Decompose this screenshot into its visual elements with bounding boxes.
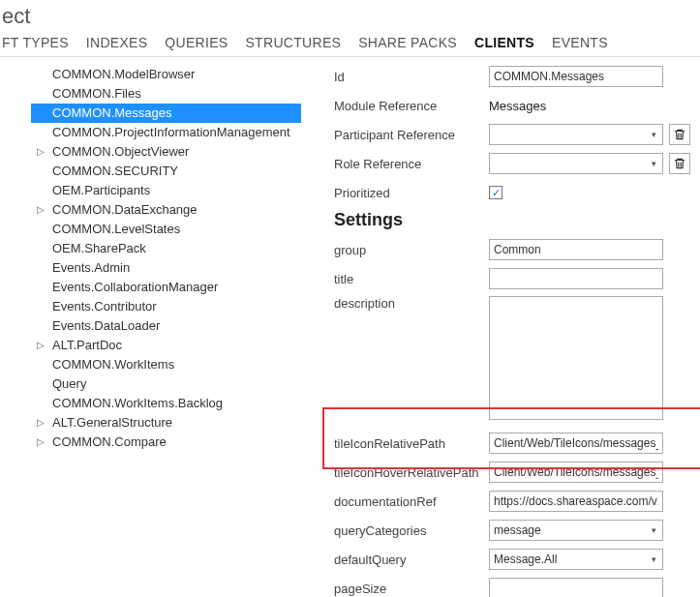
trash-icon bbox=[673, 128, 686, 141]
expand-icon[interactable]: ▷ bbox=[35, 433, 46, 451]
tileicon-label: tileIconRelativePath bbox=[334, 436, 489, 451]
tree-item[interactable]: COMMON.LevelStates bbox=[31, 220, 301, 239]
tree-item-label: COMMON.ModelBrowser bbox=[52, 66, 195, 83]
tree-item[interactable]: Events.Admin bbox=[31, 258, 301, 278]
title-label: title bbox=[334, 272, 489, 286]
tab-indexes[interactable]: INDEXES bbox=[86, 35, 148, 50]
defaultquery-dropdown[interactable]: Message.All ▾ bbox=[489, 549, 663, 570]
tree-item-selected[interactable]: COMMON.Messages bbox=[31, 104, 301, 123]
chevron-down-icon: ▾ bbox=[652, 525, 658, 535]
expand-icon[interactable]: ▷ bbox=[35, 414, 46, 432]
tree-item[interactable]: ▷COMMON.ObjectViewer bbox=[31, 142, 301, 162]
dropdown-value: message bbox=[494, 523, 541, 537]
tree-item[interactable]: COMMON.Files bbox=[31, 84, 301, 104]
title-input[interactable] bbox=[489, 268, 663, 289]
tab-bar: FT TYPES INDEXES QUERIES STRUCTURES SHAR… bbox=[0, 29, 700, 57]
delete-participant-button[interactable] bbox=[669, 124, 690, 145]
tree-item-label: COMMON.WorkItems bbox=[52, 356, 174, 373]
participant-reference-dropdown[interactable]: ▾ bbox=[489, 124, 663, 145]
tree-item-label: COMMON.LevelStates bbox=[52, 221, 180, 238]
tree-item[interactable]: Events.DataLoader bbox=[31, 316, 301, 336]
tileiconhover-input[interactable] bbox=[489, 462, 663, 483]
tree-item-label: Events.DataLoader bbox=[52, 317, 160, 335]
documentationref-label: documentationRef bbox=[334, 494, 489, 509]
trash-icon bbox=[673, 157, 686, 170]
tree-item[interactable]: OEM.Participants bbox=[31, 181, 301, 200]
tree-item[interactable]: ▷ALT.PartDoc bbox=[31, 336, 301, 355]
module-reference-value: Messages bbox=[489, 99, 546, 113]
tree-item-label: COMMON.DataExchange bbox=[52, 201, 198, 219]
defaultquery-label: defaultQuery bbox=[334, 552, 489, 567]
tree-view[interactable]: COMMON.ModelBrowser COMMON.Files COMMON.… bbox=[0, 57, 305, 596]
tree-item-label: Query bbox=[52, 375, 86, 393]
tree-item-label: ALT.PartDoc bbox=[52, 337, 122, 354]
expand-icon[interactable]: ▷ bbox=[35, 337, 46, 354]
tab-structures[interactable]: STRUCTURES bbox=[245, 35, 341, 50]
tree-item-label: COMMON.Files bbox=[52, 85, 141, 103]
tree-item[interactable]: COMMON.WorkItems bbox=[31, 355, 301, 374]
delete-role-button[interactable] bbox=[669, 153, 690, 174]
pagesize-label: pageSize bbox=[334, 582, 489, 596]
tree-item[interactable]: COMMON.WorkItems.Backlog bbox=[31, 394, 301, 413]
role-reference-dropdown[interactable]: ▾ bbox=[489, 153, 663, 174]
tileicon-input[interactable] bbox=[489, 433, 663, 454]
tree-item-label: Events.CollaborationManager bbox=[52, 279, 218, 296]
tree-item-label: Events.Admin bbox=[52, 259, 130, 277]
chevron-down-icon: ▾ bbox=[652, 554, 658, 564]
chevron-down-icon: ▾ bbox=[652, 159, 658, 168]
prioritized-checkbox[interactable]: ✓ bbox=[489, 186, 502, 199]
dropdown-value: Message.All bbox=[494, 552, 557, 566]
tree-item[interactable]: Events.Contributor bbox=[31, 297, 301, 316]
querycategories-label: queryCategories bbox=[334, 523, 489, 538]
tileiconhover-label: tileIconHoverRelativePath bbox=[334, 465, 489, 480]
group-label: group bbox=[334, 243, 489, 257]
tree-item[interactable]: ▷ALT.GeneralStructure bbox=[31, 413, 301, 433]
group-input[interactable] bbox=[489, 239, 663, 260]
window-title-fragment: ect bbox=[0, 4, 700, 29]
tab-queries[interactable]: QUERIES bbox=[165, 35, 228, 50]
tab-clients[interactable]: CLIENTS bbox=[474, 35, 534, 50]
id-input[interactable] bbox=[489, 66, 663, 87]
tree-item[interactable]: COMMON.SECURITY bbox=[31, 162, 301, 181]
tree-item[interactable]: ▷COMMON.DataExchange bbox=[31, 200, 301, 220]
expand-icon[interactable]: ▷ bbox=[35, 143, 46, 161]
tree-item-label: COMMON.Messages bbox=[52, 104, 172, 122]
description-label: description bbox=[334, 296, 489, 311]
tree-item-label: COMMON.SECURITY bbox=[52, 163, 178, 180]
tree-item[interactable]: ▷COMMON.Compare bbox=[31, 433, 301, 452]
tree-item[interactable]: COMMON.ModelBrowser bbox=[31, 65, 301, 84]
pagesize-input[interactable] bbox=[489, 578, 663, 597]
tree-item-label: COMMON.ObjectViewer bbox=[52, 143, 189, 161]
participant-reference-label: Participant Reference bbox=[334, 128, 489, 142]
documentationref-input[interactable] bbox=[489, 491, 663, 512]
description-textarea[interactable] bbox=[489, 296, 663, 420]
tree-item-label: COMMON.ProjectInformationManagement bbox=[52, 124, 290, 141]
tab-ft-types[interactable]: FT TYPES bbox=[2, 35, 69, 50]
tree-item-label: ALT.GeneralStructure bbox=[52, 414, 172, 432]
tree-item-label: Events.Contributor bbox=[52, 298, 157, 315]
module-reference-label: Module Reference bbox=[334, 99, 489, 113]
tree-item[interactable]: COMMON.ProjectInformationManagement bbox=[31, 123, 301, 142]
tree-item[interactable]: OEM.SharePack bbox=[31, 239, 301, 258]
tab-events[interactable]: EVENTS bbox=[552, 35, 608, 50]
chevron-down-icon: ▾ bbox=[652, 130, 658, 139]
querycategories-dropdown[interactable]: message ▾ bbox=[489, 520, 663, 541]
expand-icon[interactable]: ▷ bbox=[35, 201, 46, 219]
tree-item[interactable]: Query bbox=[31, 374, 301, 394]
role-reference-label: Role Reference bbox=[334, 157, 489, 171]
properties-panel: Id Module Reference Messages Participant… bbox=[305, 57, 700, 596]
id-label: Id bbox=[334, 70, 489, 84]
tree-item-label: OEM.Participants bbox=[52, 182, 150, 199]
tree-item-label: COMMON.WorkItems.Backlog bbox=[52, 395, 223, 412]
tree-item-label: OEM.SharePack bbox=[52, 240, 146, 257]
tree-item[interactable]: Events.CollaborationManager bbox=[31, 278, 301, 297]
tab-share-packs[interactable]: SHARE PACKS bbox=[358, 35, 457, 50]
prioritized-label: Prioritized bbox=[334, 186, 489, 200]
settings-header: Settings bbox=[334, 210, 690, 230]
tree-item-label: COMMON.Compare bbox=[52, 433, 167, 451]
